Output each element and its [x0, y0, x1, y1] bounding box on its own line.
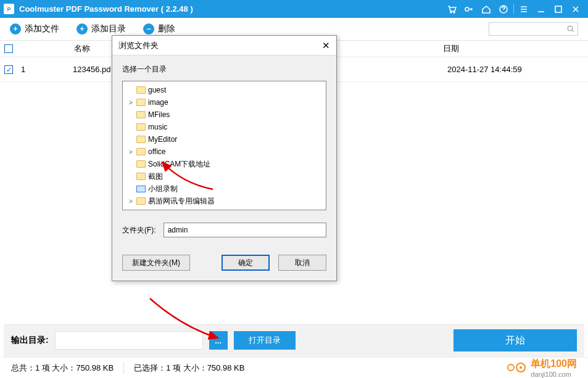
- watermark-name: 单机100网: [531, 358, 577, 371]
- add-file-label: 添加文件: [25, 23, 59, 35]
- plus-icon: +: [10, 23, 21, 35]
- tree-item[interactable]: music: [123, 121, 326, 133]
- row-checkbox[interactable]: [4, 65, 13, 74]
- tree-item[interactable]: MFiles: [123, 109, 326, 121]
- watermark-url: danji100.com: [531, 371, 577, 378]
- row-date: 2024-11-27 14:44:59: [409, 65, 522, 74]
- dialog-title: 浏览文件夹: [118, 40, 159, 51]
- tree-item-label: SolidCAM下载地址: [148, 159, 210, 170]
- close-icon[interactable]: [567, 1, 584, 18]
- output-label: 输出目录:: [11, 335, 49, 346]
- folder-icon: [136, 123, 146, 131]
- dialog-close-icon[interactable]: ✕: [322, 40, 330, 51]
- expand-icon[interactable]: >: [128, 198, 134, 205]
- tree-item[interactable]: guest: [123, 84, 326, 96]
- expand-icon[interactable]: >: [128, 149, 134, 155]
- tree-item[interactable]: >易游网讯专用编辑器: [123, 195, 326, 207]
- tree-item[interactable]: 截图: [123, 170, 326, 183]
- tree-item-label: MyEditor: [148, 135, 177, 144]
- tree-item-label: MFiles: [148, 110, 170, 119]
- svg-point-5: [568, 26, 573, 31]
- dialog-title-bar: 浏览文件夹 ✕: [112, 36, 336, 55]
- tree-item[interactable]: >office: [123, 146, 326, 158]
- svg-rect-4: [555, 6, 561, 12]
- tree-item-label: guest: [148, 86, 166, 94]
- cart-icon[interactable]: [443, 1, 460, 18]
- delete-label: 删除: [158, 23, 175, 35]
- bottom-bar: 输出目录: ... 打开目录 开始: [4, 324, 584, 357]
- minus-icon: −: [143, 23, 154, 35]
- folder-icon: [136, 173, 146, 180]
- folder-icon: [136, 86, 146, 94]
- folder-tree[interactable]: guest>imageMFilesmusicMyEditor>officeSol…: [122, 81, 326, 210]
- tree-item-label: 截图: [148, 171, 163, 182]
- ok-button[interactable]: 确定: [222, 255, 270, 271]
- svg-point-1: [453, 12, 455, 13]
- browse-folder-dialog: 浏览文件夹 ✕ 选择一个目录 guest>imageMFilesmusicMyE…: [112, 35, 337, 281]
- tree-item-label: office: [148, 147, 165, 156]
- folder-icon: [136, 148, 146, 155]
- dialog-select-label: 选择一个目录: [122, 64, 326, 75]
- open-folder-button[interactable]: 打开目录: [234, 331, 296, 350]
- help-icon[interactable]: [495, 1, 512, 18]
- tree-item-label: music: [148, 123, 167, 131]
- folder-icon: [136, 99, 146, 106]
- title-bar: P Coolmuster PDF Password Remover ( 2.2.…: [0, 0, 588, 18]
- add-folder-label: 添加目录: [91, 23, 126, 35]
- menu-icon[interactable]: [515, 1, 532, 18]
- folder-field-input[interactable]: [164, 223, 326, 237]
- row-index: 1: [17, 65, 36, 74]
- tree-item[interactable]: 小组录制: [123, 183, 326, 195]
- column-date: 日期: [394, 43, 588, 54]
- monitor-icon: [136, 186, 146, 192]
- add-file-button[interactable]: +添加文件: [10, 23, 59, 35]
- new-folder-button[interactable]: 新建文件夹(M): [122, 255, 190, 271]
- tree-item-label: 易游网讯专用编辑器: [148, 196, 215, 207]
- folder-icon: [136, 160, 146, 168]
- watermark-logo: 单机100网 danji100.com: [507, 358, 577, 378]
- add-folder-button[interactable]: +添加目录: [77, 23, 126, 35]
- search-input[interactable]: [489, 22, 578, 36]
- tree-item-label: 小组录制: [148, 184, 178, 194]
- folder-icon: [136, 111, 146, 118]
- plus-icon: +: [77, 23, 88, 35]
- output-path-input[interactable]: [55, 331, 203, 350]
- app-icon: P: [4, 4, 14, 14]
- key-icon[interactable]: [460, 1, 478, 18]
- start-button[interactable]: 开始: [453, 329, 577, 351]
- delete-button[interactable]: −删除: [143, 23, 175, 35]
- svg-point-0: [450, 12, 452, 13]
- app-title: Coolmuster PDF Password Remover ( 2.2.48…: [19, 4, 443, 14]
- svg-point-2: [465, 7, 469, 11]
- status-selected: 已选择：1 项 大小：750.98 KB: [134, 363, 244, 374]
- status-bar: 总共：1 项 大小：750.98 KB 已选择：1 项 大小：750.98 KB…: [0, 357, 588, 378]
- minimize-icon[interactable]: [532, 1, 550, 18]
- tree-item[interactable]: MyEditor: [123, 133, 326, 146]
- tree-item[interactable]: SolidCAM下载地址: [123, 158, 326, 170]
- folder-icon: [136, 136, 146, 143]
- tree-item-label: image: [148, 98, 168, 107]
- tree-item[interactable]: >image: [123, 96, 326, 109]
- browse-button[interactable]: ...: [209, 331, 228, 350]
- maximize-icon[interactable]: [550, 1, 567, 18]
- expand-icon[interactable]: >: [128, 99, 134, 106]
- folder-icon: [136, 197, 146, 205]
- status-total: 总共：1 项 大小：750.98 KB: [11, 363, 114, 374]
- select-all-checkbox[interactable]: [4, 44, 13, 53]
- search-icon: [566, 25, 575, 33]
- folder-field-label: 文件夹(F):: [122, 225, 156, 236]
- home-icon[interactable]: [478, 1, 495, 18]
- cancel-button[interactable]: 取消: [278, 255, 326, 271]
